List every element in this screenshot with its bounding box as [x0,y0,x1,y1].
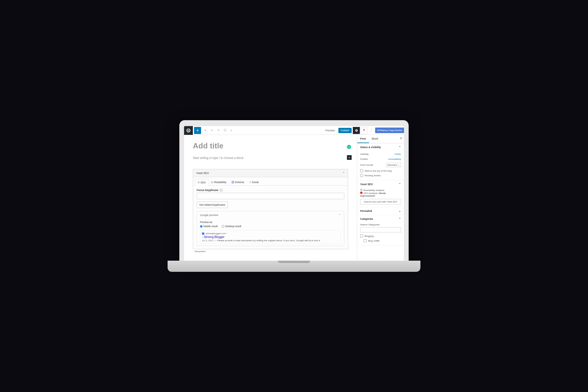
editor-main: Add title G Start writing or type / to c… [184,135,357,261]
yoast-seo-panel: Yoast SEO ⌃ SEO Readability Schema <Soci… [193,169,348,249]
share-icon: < [249,181,251,184]
focus-keyphrase-label: Focus keyphrase ? [197,189,344,192]
yoast-sidebar-header[interactable]: Yoast SEO⌃ [357,180,404,188]
yoast-panel-title: Yoast SEO [196,172,209,175]
improve-with-yoast-button[interactable]: Improve your post with Yoast SEO [360,199,401,205]
google-preview-title: Google preview [200,214,218,217]
focus-keyphrase-input[interactable] [197,193,344,199]
tab-social[interactable]: <Social [247,179,261,185]
tab-schema[interactable]: Schema [229,179,247,185]
publish-button[interactable]: Publish [338,128,352,133]
chevron-down-icon: ⌄ [399,210,401,212]
search-categories-label: Search Categories [360,223,401,226]
status-dot-grey-icon [360,189,363,191]
undo-icon[interactable]: ↶ [209,127,215,134]
wpbakery-button[interactable]: WPBakery Page Builder [375,128,404,133]
radio-desktop-result[interactable]: Desktop result [222,225,241,228]
search-categories-input[interactable] [360,227,401,232]
readability-status-dot-icon [211,181,213,183]
stick-top-checkbox[interactable]: Stick to the top of the blog [360,168,401,173]
preview-as-label: Preview as: [200,221,341,224]
info-icon[interactable]: ⓘ [222,127,228,134]
snippet-description: Please provide a meta description by edi… [217,239,320,242]
snippet-date: Jul 3, 2021 [202,239,213,242]
post-format-label: Post Format [360,164,373,166]
tab-block[interactable]: Block [369,135,381,143]
settings-sidebar: Post Block ✕ Status & visibility⌃ Visibi… [357,135,404,261]
categories-header[interactable]: Categories⌃ [357,215,404,223]
help-icon[interactable]: ? [220,189,223,192]
yoast-panel-header[interactable]: Yoast SEO ⌃ [193,169,348,177]
favicon-icon [202,232,204,235]
tab-seo[interactable]: SEO [195,179,208,186]
yoast-icon[interactable]: Y [360,127,368,134]
document-footer-label[interactable]: Document [193,249,348,254]
edit-icon[interactable]: ✎ [202,127,209,134]
post-format-select[interactable]: Standard ⌄ [386,163,401,167]
redo-icon[interactable]: ↷ [215,127,222,134]
get-related-keyphrases-button[interactable]: Get related keyphrases [197,202,228,208]
content-placeholder-text: Start writing or type / to choose a bloc… [193,156,243,160]
add-block-inline-button[interactable]: + [347,155,352,160]
chevron-down-icon: ⌄ [397,164,400,166]
radio-mobile-result[interactable]: Mobile result [200,225,218,228]
publish-label: Publish [360,158,368,160]
more-options-icon[interactable]: ⋮ [368,129,374,132]
permalink-header[interactable]: Permalink⌄ [357,207,404,215]
category-blogging-checkbox[interactable]: Blogging [360,234,401,238]
yoast-tabs: SEO Readability Schema <Social [193,177,348,186]
tab-post[interactable]: Post [357,135,369,143]
add-block-button[interactable]: + [194,127,201,134]
post-title-input[interactable]: Add title [193,138,348,152]
seo-analysis-row[interactable]: SEO analysis: Needs improvement [360,192,401,197]
schema-grid-icon [232,181,234,183]
pending-review-checkbox[interactable]: Pending review [360,173,401,178]
content-input[interactable]: Start writing or type / to choose a bloc… [193,152,348,164]
visibility-label: Visibility [360,153,369,155]
editor-toolbar: + ✎ ↶ ↷ ⓘ ≡ Preview Publish Y ⋮ WPBakery… [184,126,404,135]
chevron-up-icon: ⌃ [399,217,401,220]
grammarly-icon[interactable]: G [347,145,351,149]
outline-icon[interactable]: ≡ [228,127,235,134]
publish-value[interactable]: Immediately [388,158,401,160]
snippet-title: - Striving Blogger [202,235,339,239]
category-blog-traffic-checkbox[interactable]: Blog Traffic [364,238,401,243]
google-preview-header[interactable]: Google preview ⌃ [197,211,344,219]
snippet-url: strivingblogger.com › [206,232,227,235]
chevron-up-icon: ⌃ [343,172,345,175]
status-dot-red-icon [360,192,363,194]
seo-status-dot-icon [198,181,200,183]
chevron-up-icon: ⌃ [339,214,341,217]
close-sidebar-icon[interactable]: ✕ [400,137,402,140]
readability-analysis-row[interactable]: Readability analysis: [360,189,401,192]
chevron-up-icon: ⌃ [399,146,401,149]
google-snippet-preview: strivingblogger.com › - Striving Blogger… [200,230,341,244]
preview-button[interactable]: Preview [323,128,337,133]
tab-readability[interactable]: Readability [208,179,229,185]
settings-button[interactable] [353,127,360,134]
wordpress-logo-icon[interactable] [184,126,193,135]
status-visibility-header[interactable]: Status & visibility⌃ [357,143,404,151]
chevron-up-icon: ⌃ [399,183,401,186]
visibility-value[interactable]: Public [395,153,401,155]
